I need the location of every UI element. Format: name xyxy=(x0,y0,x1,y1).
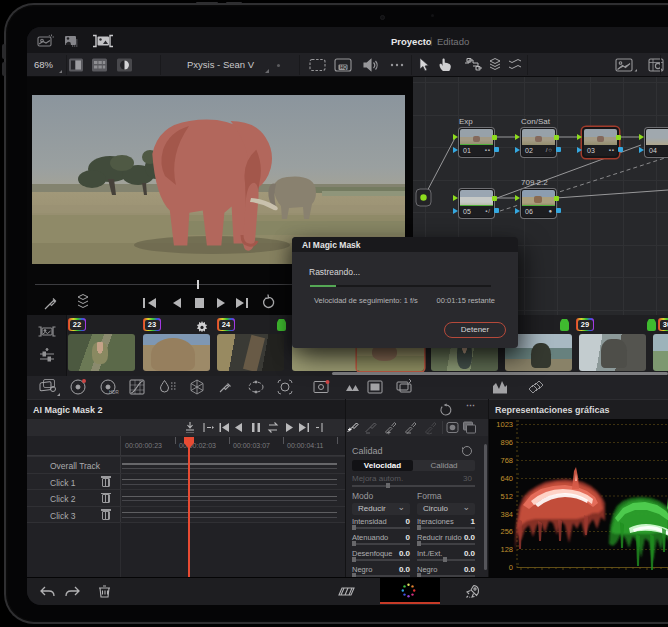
svg-text:896: 896 xyxy=(500,438,513,447)
svg-text:HQ: HQ xyxy=(340,65,347,70)
svg-text:768: 768 xyxy=(500,456,513,465)
svg-text:0: 0 xyxy=(509,563,513,572)
svg-text:1023: 1023 xyxy=(496,420,513,429)
svg-text:640: 640 xyxy=(500,474,513,483)
svg-text:512: 512 xyxy=(500,492,513,501)
svg-text:HDR: HDR xyxy=(109,390,119,395)
svg-text:384: 384 xyxy=(500,510,513,519)
svg-text:128: 128 xyxy=(500,545,513,554)
svg-text:256: 256 xyxy=(500,527,513,536)
